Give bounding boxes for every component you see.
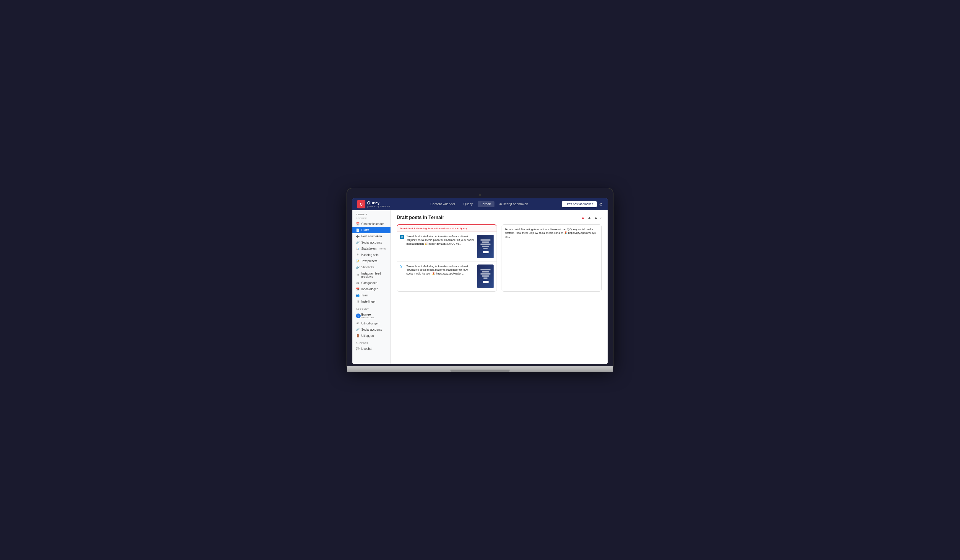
draft-card-2: Ternair breidt Marketing Automation soft… [502,224,602,292]
content-header: Draft posts in Ternair ▲ ▲ ▲ › [397,215,602,220]
linkedin-post-image [477,235,494,258]
content-area: Draft posts in Ternair ▲ ▲ ▲ › Ternai [391,210,608,364]
sidebar-item-esmee[interactable]: E Esmee Mijn account [352,311,390,320]
sidebar-item-instagram-feed-previews[interactable]: ⊞ Instagram feed previews [352,270,390,280]
categories-icon: 🗂 [356,281,360,285]
sidebar-item-hashtag-sets[interactable]: # Hashtag sets [352,252,390,258]
draft-post-linkedin[interactable]: in Ternair breidt Marketing Automation s… [397,232,496,262]
app-name: Quezy [367,201,390,205]
sidebar-item-drafts[interactable]: 📄 Drafts [352,227,390,233]
view-icon-3[interactable]: ▲ [594,215,598,220]
avatar-icon: E [356,314,360,318]
sidebar-label-social-accounts-2: Social accounts [361,328,382,331]
sidebar-item-post-aanmaken[interactable]: ➕ Post aanmaken [352,233,390,239]
sidebar-label-inhaakdagen: Inhaakdagen [361,287,378,291]
stats-icon: 📊 [356,247,360,250]
twitter-icon: 𝕏 [400,265,404,269]
sidebar-item-uitnodigingen[interactable]: ✉ Uitnodigingen [352,320,390,327]
sidebar-label-post-aanmaken: Post aanmaken [361,235,382,238]
sidebar-label-content-kalender: Content kalender [361,222,384,225]
draft-card-1: Ternair breidt Marketing Automation soft… [397,224,497,292]
top-nav-right: Draft post aanmaken ⚙ [562,201,603,207]
text-presets-icon: 📝 [356,260,360,263]
sidebar-item-shortlinks[interactable]: 🔗 Shortlinks [352,264,390,270]
social-accounts-icon-1: 🔗 [356,241,360,244]
linkedin-post-content: Ternair breidt Marketing Automation soft… [406,235,475,258]
livechat-icon: 💬 [356,347,360,350]
laptop-camera [479,194,481,196]
sidebar-section-ternair: TERNAIR [352,210,390,217]
draft-post-twitter[interactable]: 𝕏 Ternair breidt Marketing Automation so… [397,262,496,291]
calendar-icon: 📅 [356,222,360,225]
chevron-right-icon[interactable]: › [600,215,602,220]
sidebar-label-shortlinks: Shortlinks [361,266,374,269]
sidebar-item-social-accounts-1[interactable]: 🔗 Social accounts [352,239,390,246]
sidebar-label-drafts: Drafts [361,228,369,232]
invites-icon: ✉ [356,322,360,325]
sidebar-label-hashtag-sets: Hashtag sets [361,253,378,257]
sidebar-item-uitloggen[interactable]: 🚪 Uitloggen [352,333,390,339]
sidebar-item-statistieken[interactable]: 📊 Statistieken (n beta) [352,246,390,252]
page-title: Draft posts in Ternair [397,215,444,220]
sidebar-label-social-accounts-1: Social accounts [361,241,382,244]
sidebar-label-statistieken: Statistieken [361,247,377,250]
sidebar-label-livechat: Livechat [361,347,372,350]
social-accounts-icon-2: 🔗 [356,328,360,331]
user-name: Esmee [361,313,374,316]
draft-post-button[interactable]: Draft post aanmaken [562,201,597,207]
sidebar-label-categorieen: Categorieën [361,281,377,285]
laptop-container: Q Quezy powered by TERNAIR Content kalen… [347,188,613,372]
laptop-base [347,366,613,372]
view-icon-1[interactable]: ▲ [581,215,585,220]
main-layout: TERNAIR BEDRIJF 📅 Content kalender 📄 Dra… [352,210,608,364]
linkedin-icon: in [400,235,404,239]
sidebar-item-instellingen[interactable]: ⚙ Instellingen [352,298,390,305]
sidebar-label-uitloggen: Uitloggen [361,334,374,337]
sidebar-section-support: SUPPORT [352,339,390,346]
top-nav-tabs: Content kalender Quezy Ternair ⊕ Bedrijf… [397,201,562,207]
twitter-post-text: Ternair breidt Marketing Automation soft… [406,265,475,276]
logout-icon: 🚪 [356,334,360,337]
sidebar-item-text-presets[interactable]: 📝 Text presets [352,258,390,264]
sidebar-label-text-presets: Text presets [361,260,377,263]
twitter-post-image [477,265,494,288]
linkedin-post-text: Ternair breidt Marketing Automation soft… [406,235,475,246]
draft-card-2-content[interactable]: Ternair breidt Marketing Automation soft… [502,225,602,242]
sidebar-section-account: ACCOUNT [352,305,390,311]
hashtag-icon: # [356,253,360,257]
sidebar-item-social-accounts-2[interactable]: 🔗 Social accounts [352,327,390,333]
sidebar-label-uitnodigingen: Uitnodigingen [361,322,379,325]
user-account-label: Mijn account [361,316,374,319]
sidebar-section-bedrijf: BEDRIJF [352,217,390,221]
inhaakdagen-icon: 📅 [356,287,360,291]
shortlinks-icon: 🔗 [356,266,360,269]
tab-bedrijf-aanmaken[interactable]: ⊕ Bedrijf aanmaken [496,201,532,207]
tab-quezy[interactable]: Quezy [460,201,477,207]
team-icon: 👥 [356,294,360,297]
user-avatar: E [356,314,361,318]
sidebar: TERNAIR BEDRIJF 📅 Content kalender 📄 Dra… [352,210,391,364]
sidebar-item-categorieen[interactable]: 🗂 Categorieën [352,280,390,286]
settings-icon[interactable]: ⚙ [599,202,603,207]
logo-icon: Q [357,200,365,208]
app-logo: Q Quezy powered by TERNAIR [357,200,390,208]
draft-card-2-text: Ternair breidt Marketing Automation soft… [505,228,598,239]
sidebar-item-livechat[interactable]: 💬 Livechat [352,346,390,352]
add-post-icon: ➕ [356,235,360,238]
tab-ternair[interactable]: Ternair [478,201,495,207]
sidebar-label-instellingen: Instellingen [361,300,376,303]
statistieken-badge: (n beta) [379,248,386,250]
instagram-feed-icon: ⊞ [356,273,360,277]
content-actions: ▲ ▲ ▲ › [581,215,602,220]
sidebar-item-inhaakdagen[interactable]: 📅 Inhaakdagen [352,286,390,292]
tab-workspace[interactable]: Content kalender [427,201,459,207]
drafts-grid: Ternair breidt Marketing Automation soft… [397,224,602,292]
sidebar-item-team[interactable]: 👥 Team [352,292,390,298]
screen-bezel: Q Quezy powered by TERNAIR Content kalen… [347,188,613,366]
sidebar-item-content-kalender[interactable]: 📅 Content kalender [352,221,390,227]
sidebar-label-instagram: Instagram feed previews [361,272,387,278]
view-icon-2[interactable]: ▲ [587,215,592,220]
draft-card-1-header: Ternair breidt Marketing Automation soft… [397,225,496,232]
app-subtitle: powered by TERNAIR [367,205,390,208]
twitter-post-content: Ternair breidt Marketing Automation soft… [406,265,475,288]
